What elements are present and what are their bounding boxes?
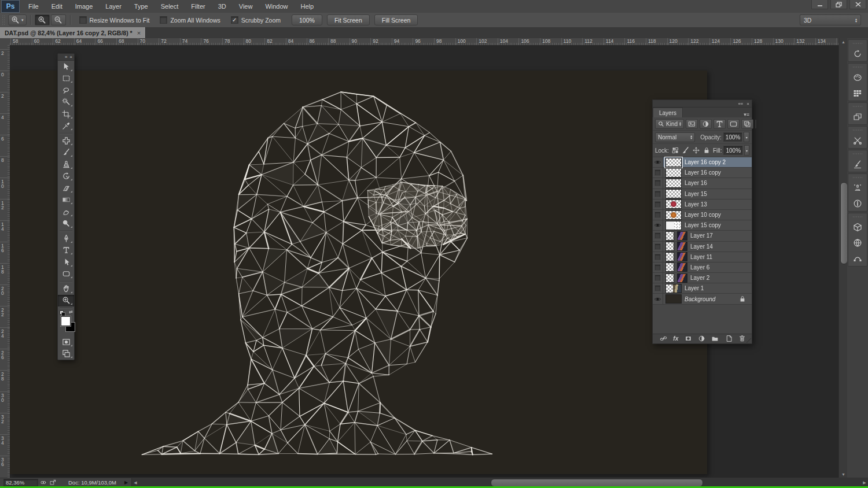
vertical-scrollbar[interactable]: ▲ ▼ <box>838 38 848 478</box>
smudge-tool[interactable] <box>58 206 74 218</box>
dock-icon-history[interactable] <box>848 46 867 61</box>
menu-view[interactable]: View <box>233 0 259 13</box>
options-drag-grip[interactable] <box>2 15 6 25</box>
tab-close-icon[interactable]: × <box>137 29 141 36</box>
fx-button[interactable]: fx <box>673 335 678 342</box>
menu-help[interactable]: Help <box>295 0 321 13</box>
dock-icon-info[interactable] <box>848 195 867 211</box>
layer-row[interactable]: Layer 16 copy <box>653 168 752 178</box>
menu-select[interactable]: Select <box>155 0 185 13</box>
panel-close-icon[interactable]: × <box>746 101 749 106</box>
status-gears-icon[interactable] <box>40 479 46 486</box>
filtering-toggle[interactable] <box>755 120 756 128</box>
gradient-tool[interactable] <box>58 194 74 206</box>
lock-paint-icon[interactable] <box>681 146 690 154</box>
lasso-tool[interactable] <box>58 84 74 97</box>
lock-transparent-icon[interactable] <box>671 146 680 154</box>
zoom-out-button[interactable] <box>51 14 66 25</box>
checkbox[interactable]: ✓ <box>231 16 238 24</box>
default-colors-icon[interactable] <box>60 310 65 315</box>
quick-mask-button[interactable] <box>58 336 74 348</box>
link-button[interactable] <box>660 335 667 342</box>
status-export-icon[interactable] <box>50 479 56 486</box>
layer-row[interactable]: Layer 10 copy <box>653 210 752 220</box>
horizontal-scroll-thumb[interactable] <box>491 479 703 487</box>
menu-3d[interactable]: 3D <box>212 0 233 13</box>
workspace-selector[interactable]: 3D ▴▾ <box>800 14 861 25</box>
eyedropper-tool[interactable] <box>58 120 74 132</box>
menu-window[interactable]: Window <box>259 0 294 13</box>
zoom-tool[interactable] <box>58 295 74 307</box>
layer-row[interactable]: Layer 11 <box>653 252 752 263</box>
layer-row[interactable]: Layer 1 <box>653 283 752 294</box>
layer-row[interactable]: Background <box>653 294 752 304</box>
swap-colors-icon[interactable]: ⇄ <box>69 309 73 315</box>
scroll-right-icon[interactable]: ▶ <box>861 478 868 487</box>
filter-type-icon[interactable] <box>713 119 726 129</box>
pen-tool[interactable] <box>58 232 74 245</box>
scroll-up-icon[interactable]: ▲ <box>839 38 848 45</box>
layer-row[interactable]: Layer 16 copy 2 <box>653 157 752 168</box>
dock-icon-layer-comps[interactable] <box>848 109 867 124</box>
layer-filter-kind-dropdown[interactable]: Kind ▴▾ <box>655 119 684 129</box>
panel-resize-grip[interactable] <box>746 338 751 343</box>
visibility-toggle[interactable] <box>653 189 663 199</box>
fill-dropdown-icon[interactable]: ▾ <box>744 145 749 156</box>
minimize-button[interactable] <box>811 0 828 9</box>
visibility-toggle[interactable] <box>653 178 663 188</box>
type-tool[interactable] <box>58 245 74 257</box>
lock-position-icon[interactable] <box>692 146 701 154</box>
panel-close-icon[interactable]: × <box>69 54 72 60</box>
visibility-toggle[interactable] <box>653 242 663 252</box>
screen-mode-button[interactable] <box>58 348 74 360</box>
scroll-down-icon[interactable]: ▼ <box>839 471 848 478</box>
lock-all-icon[interactable] <box>702 146 711 154</box>
menu-type[interactable]: Type <box>128 0 155 13</box>
visibility-toggle[interactable] <box>653 220 663 230</box>
layer-row[interactable]: Layer 13 <box>653 199 752 210</box>
zoom-tool-preset[interactable]: ▾ <box>8 14 27 25</box>
marquee-tool[interactable] <box>58 73 74 85</box>
layer-row[interactable]: Layer 6 <box>653 263 752 273</box>
dock-icon-clone-source[interactable] <box>848 180 867 195</box>
panel-collapse-icon[interactable]: «« <box>738 101 743 106</box>
filter-adjustment-icon[interactable] <box>700 119 712 129</box>
checkbox[interactable] <box>79 16 87 24</box>
layer-row[interactable]: Layer 15 <box>653 189 752 199</box>
document-tab[interactable]: DAT.psd @ 82,4% (Layer 16 copy 2, RGB/8)… <box>0 27 146 38</box>
visibility-toggle[interactable] <box>653 199 663 209</box>
visibility-toggle[interactable] <box>653 273 663 283</box>
clone-stamp-tool[interactable] <box>58 158 74 171</box>
panel-menu-icon[interactable]: ▾≡ <box>744 112 749 117</box>
100pct-button[interactable]: 100% <box>292 14 322 25</box>
crop-tool[interactable] <box>58 108 74 120</box>
scroll-left-icon[interactable]: ◀ <box>132 478 139 487</box>
checkbox[interactable] <box>160 16 167 24</box>
visibility-toggle[interactable] <box>653 283 663 293</box>
zoom-in-button[interactable] <box>35 14 50 25</box>
restore-button[interactable] <box>830 0 847 9</box>
status-flyout-icon[interactable]: ▶ <box>124 480 128 485</box>
menu-image[interactable]: Image <box>69 0 100 13</box>
fit-screen-button[interactable]: Fit Screen <box>327 14 370 25</box>
close-button[interactable] <box>849 0 866 9</box>
magic-wand-tool[interactable] <box>58 97 74 109</box>
visibility-toggle[interactable] <box>653 231 663 241</box>
layer-row[interactable]: Layer 14 <box>653 242 752 252</box>
document-canvas[interactable] <box>10 71 707 474</box>
horizontal-scrollbar[interactable]: ◀ ▶ <box>131 478 868 487</box>
dodge-tool[interactable] <box>58 218 74 230</box>
dock-icon-brush-presets[interactable] <box>848 156 867 172</box>
visibility-toggle[interactable] <box>653 210 663 220</box>
filter-smart-icon[interactable] <box>741 119 753 129</box>
opacity-value[interactable]: 100% <box>723 132 742 142</box>
shape-tool[interactable] <box>58 268 74 280</box>
adjustment-button[interactable] <box>698 335 705 342</box>
visibility-toggle[interactable] <box>653 263 663 272</box>
vertical-ruler[interactable]: 2024681012141618202224262830323436 <box>0 45 10 478</box>
fill-screen-button[interactable]: Fill Screen <box>374 14 418 25</box>
healing-brush-tool[interactable] <box>58 135 74 147</box>
blend-mode-dropdown[interactable]: Normal ▴▾ <box>655 132 695 142</box>
brush-tool[interactable] <box>58 147 74 159</box>
visibility-toggle[interactable] <box>653 294 663 304</box>
